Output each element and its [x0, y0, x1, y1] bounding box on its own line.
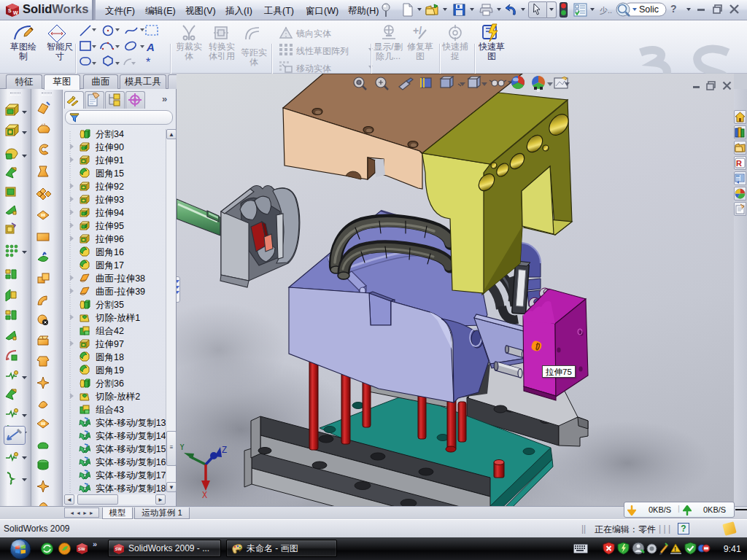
svg-text:SW: SW — [115, 547, 123, 551]
svg-text:!: ! — [674, 545, 676, 553]
svg-text:SW: SW — [78, 547, 85, 551]
svg-text:Y: Y — [179, 444, 185, 453]
svg-text:+/: +/ — [413, 25, 422, 36]
svg-text:R: R — [736, 159, 742, 168]
svg-text:*: * — [146, 56, 150, 69]
svg-text:A: A — [146, 41, 155, 53]
svg-text:Z: Z — [222, 446, 227, 456]
svg-text:X: X — [202, 491, 207, 499]
